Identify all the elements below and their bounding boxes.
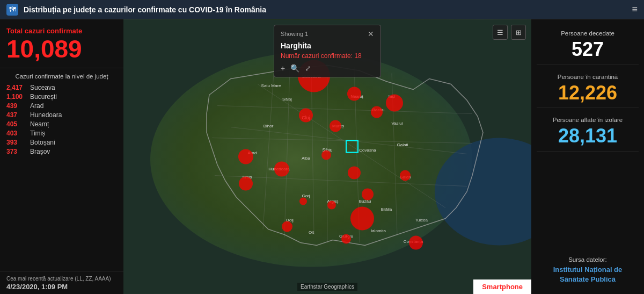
list-item: 2,417Suceava	[6, 84, 117, 91]
svg-text:Ialomița: Ialomița	[371, 228, 386, 233]
list-item: 1,100București	[6, 93, 117, 101]
county-list: 2,417Suceava1,100București439Arad437Hune…	[6, 84, 117, 155]
total-confirmed-number: 10,089	[6, 35, 117, 63]
county-count: 2,417	[6, 84, 27, 91]
source-link[interactable]: Institutul Național de Sănătate Publică	[540, 265, 635, 284]
popup-zoom-in[interactable]: +	[281, 64, 285, 73]
left-panel: Total cazuri confirmate 10,089 Cazuri co…	[0, 19, 123, 294]
list-item: 439Arad	[6, 102, 117, 110]
county-count: 1,100	[6, 93, 27, 101]
county-name: Suceava	[30, 84, 55, 91]
svg-point-51	[409, 236, 423, 250]
popup-controls: + 🔍 ⤢	[281, 64, 374, 73]
svg-point-44	[386, 95, 403, 112]
popup-stat: Număr cazuri confirmate: 18	[281, 52, 374, 60]
svg-text:Bihor: Bihor	[264, 124, 274, 128]
quarantine-label: Persoane în carantină	[540, 74, 635, 80]
svg-point-53	[400, 170, 411, 181]
svg-point-60	[299, 198, 307, 205]
popup-search[interactable]: 🔍	[290, 64, 299, 73]
main-layout: Total cazuri confirmate 10,089 Cazuri co…	[0, 19, 644, 294]
map-area[interactable]: Suceava Satu Mare Sălaj Bihor Cluj Mureș…	[123, 19, 531, 294]
source-block: Sursa datelor: Institutul Național de Să…	[537, 253, 639, 288]
menu-icon[interactable]: ≡	[632, 4, 638, 15]
svg-point-59	[327, 201, 336, 210]
county-count: 373	[6, 148, 27, 155]
county-count: 437	[6, 111, 27, 119]
county-count: 403	[6, 130, 27, 137]
update-date: 4/23/2020, 1:09 PM	[6, 283, 117, 291]
svg-point-49	[348, 167, 361, 180]
svg-point-54	[282, 221, 292, 232]
popup-header: Showing 1 ✕	[281, 30, 374, 38]
svg-point-52	[362, 189, 374, 200]
svg-point-45	[238, 149, 253, 164]
svg-text:Gorj: Gorj	[302, 193, 310, 198]
county-section: Cazuri confirmate la nivel de județ 2,41…	[0, 68, 123, 271]
source-label: Sursa datelor:	[540, 256, 635, 263]
popup-showing-label: Showing 1	[281, 31, 308, 37]
list-item: 393Botoșani	[6, 139, 117, 146]
popup-stat-value: 18	[354, 52, 361, 60]
county-count: 393	[6, 139, 27, 146]
svg-point-47	[299, 109, 313, 123]
update-section: Cea mai recentă actualizare (LL, ZZ, AAA…	[0, 271, 123, 294]
list-item: 405Neamț	[6, 120, 117, 128]
county-name: Hunedoara	[30, 111, 62, 119]
svg-text:Sălaj: Sălaj	[282, 97, 292, 102]
svg-text:Brăila: Brăila	[381, 207, 392, 212]
svg-text:Olt: Olt	[309, 230, 314, 235]
list-item: 403Timiș	[6, 130, 117, 137]
map-popup: Showing 1 ✕ Harghita Număr cazuri confir…	[274, 25, 381, 77]
header-title: Distribuția pe județe a cazurilor confir…	[24, 5, 266, 14]
popup-expand[interactable]: ⤢	[305, 64, 311, 73]
svg-text:Alba: Alba	[302, 156, 311, 161]
county-name: Neamț	[30, 120, 49, 128]
svg-text:Vaslui: Vaslui	[391, 121, 402, 126]
isolation-number: 28,131	[540, 125, 635, 147]
map-icon: 🗺	[6, 4, 18, 16]
county-section-title: Cazuri confirmate la nivel de județ	[6, 73, 117, 81]
county-count: 439	[6, 102, 27, 110]
isolation-label: Persoane aflate în izolare	[540, 117, 635, 123]
right-panel: Persoane decedate 527 Persoane în carant…	[531, 19, 644, 294]
popup-close-button[interactable]: ✕	[368, 30, 374, 38]
svg-point-57	[341, 234, 351, 244]
isolation-block: Persoane aflate în izolare 28,131	[537, 112, 639, 152]
total-confirmed-block: Total cazuri confirmate 10,089	[0, 19, 123, 68]
svg-point-55	[330, 120, 341, 132]
svg-point-58	[321, 150, 331, 160]
list-item: 437Hunedoara	[6, 111, 117, 119]
county-name: Timiș	[30, 130, 45, 137]
svg-point-46	[239, 177, 253, 191]
svg-point-50	[274, 162, 289, 177]
svg-text:Galați: Galați	[397, 142, 408, 147]
popup-county-name: Harghita	[281, 41, 374, 50]
deceased-number: 527	[540, 39, 635, 60]
header: 🗺 Distribuția pe județe a cazurilor conf…	[0, 0, 644, 19]
county-count: 405	[6, 120, 27, 128]
map-list-view[interactable]: ☰	[493, 25, 508, 40]
svg-text:Tulcea: Tulcea	[415, 218, 428, 223]
deceased-block: Persoane decedate 527	[537, 26, 639, 65]
update-label: Cea mai recentă actualizare (LL, ZZ, AAA…	[6, 276, 117, 282]
svg-text:Satu Mare: Satu Mare	[261, 83, 281, 88]
popup-stat-label: Număr cazuri confirmate:	[281, 52, 353, 60]
deceased-label: Persoane decedate	[540, 30, 635, 37]
svg-point-43	[350, 207, 374, 231]
map-attribution: Earthstar Geographics	[297, 283, 357, 291]
quarantine-block: Persoane în carantină 12,226	[537, 69, 639, 109]
quarantine-number: 12,226	[540, 82, 635, 104]
map-grid-view[interactable]: ⊞	[511, 25, 526, 40]
svg-point-56	[371, 106, 383, 118]
smartphone-button[interactable]: Smartphone	[473, 279, 531, 294]
svg-point-48	[347, 87, 361, 101]
county-name: București	[30, 93, 57, 101]
county-name: Botoșani	[30, 139, 55, 146]
header-left: 🗺 Distribuția pe județe a cazurilor conf…	[6, 4, 266, 16]
county-name: Brașov	[30, 148, 50, 155]
total-confirmed-label: Total cazuri confirmate	[6, 27, 117, 35]
county-name: Arad	[30, 102, 43, 110]
map-top-controls: ☰ ⊞	[493, 25, 526, 40]
list-item: 373Brașov	[6, 148, 117, 155]
